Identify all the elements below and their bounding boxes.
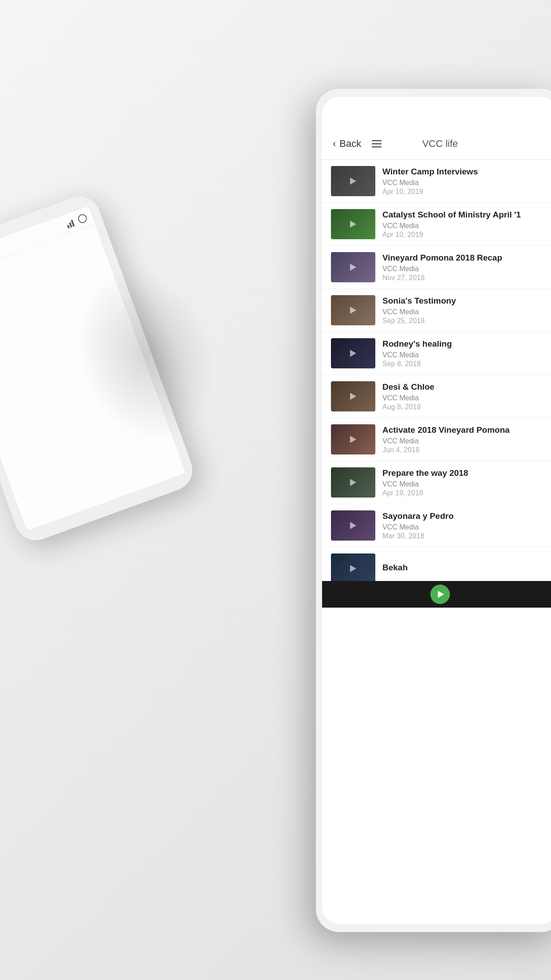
video-date: Apr 19, 2018	[382, 489, 549, 497]
thumb-overlay	[331, 424, 375, 454]
video-channel: VCC Media	[382, 179, 549, 187]
list-item[interactable]: Sayonara y Pedro VCC Media Mar 30, 2018	[322, 504, 551, 547]
video-title: Sonia's Testimony	[382, 296, 549, 307]
video-thumbnail	[331, 166, 375, 196]
menu-line-3	[372, 146, 382, 147]
video-thumbnail	[331, 424, 375, 454]
list-item[interactable]: Bekah	[322, 547, 551, 590]
thumb-overlay	[331, 252, 375, 282]
video-channel: VCC Media	[382, 523, 549, 531]
video-title: Winter Camp Interviews	[382, 166, 549, 178]
video-title: Rodney's healing	[382, 339, 549, 350]
video-title: Sayonara y Pedro	[382, 511, 549, 522]
nav-left: ‹ Back	[333, 138, 382, 150]
bottom-play-button[interactable]	[430, 585, 450, 604]
bottom-play-icon	[438, 591, 444, 598]
play-icon	[350, 393, 356, 400]
video-channel: VCC Media	[382, 394, 549, 402]
video-date: Jun 4, 2018	[382, 446, 549, 454]
thumb-overlay	[331, 510, 375, 541]
video-thumbnail	[331, 510, 375, 541]
phone-right-inner: ‹ Back VCC life	[322, 97, 551, 924]
play-icon	[350, 350, 356, 357]
thumb-overlay	[331, 166, 375, 196]
video-date: Aug 8, 2018	[382, 403, 549, 411]
list-item[interactable]: Catalyst School of Ministry April '1 VCC…	[322, 203, 551, 246]
play-icon	[350, 436, 356, 443]
video-channel: VCC Media	[382, 351, 549, 359]
video-info: Activate 2018 Vineyard Pomona VCC Media …	[382, 425, 549, 454]
video-thumbnail	[331, 295, 375, 325]
thumb-overlay	[331, 553, 375, 584]
signal-bars-icon	[65, 217, 75, 228]
list-item[interactable]: Prepare the way 2018 VCC Media Apr 19, 2…	[322, 461, 551, 504]
video-thumbnail	[331, 553, 375, 584]
video-date: Nov 27, 2018	[382, 274, 549, 282]
video-info: Winter Camp Interviews VCC Media Apr 10,…	[382, 166, 549, 196]
thumb-overlay	[331, 381, 375, 411]
back-arrow-icon: ‹	[333, 138, 336, 150]
video-title: Activate 2018 Vineyard Pomona	[382, 425, 549, 436]
video-date: Mar 30, 2018	[382, 532, 549, 540]
play-icon	[350, 479, 356, 486]
video-title: Desi & Chloe	[382, 382, 549, 393]
list-item[interactable]: Desi & Chloe VCC Media Aug 8, 2018	[322, 375, 551, 418]
video-thumbnail	[331, 381, 375, 411]
hamburger-menu-button[interactable]	[372, 140, 382, 147]
video-thumbnail	[331, 338, 375, 368]
video-info: Bekah	[382, 562, 549, 575]
list-item[interactable]: Sonia's Testimony VCC Media Sep 25, 2018	[322, 289, 551, 332]
play-icon	[350, 307, 356, 314]
video-title: Vineyard Pomona 2018 Recap	[382, 253, 549, 264]
video-info: Catalyst School of Ministry April '1 VCC…	[382, 209, 549, 239]
play-icon	[350, 522, 356, 529]
video-title: Bekah	[382, 562, 549, 573]
play-icon	[350, 264, 356, 271]
video-list[interactable]: Winter Camp Interviews VCC Media Apr 10,…	[322, 160, 551, 924]
video-info: Vineyard Pomona 2018 Recap VCC Media Nov…	[382, 253, 549, 282]
settings-gear-icon	[77, 213, 88, 224]
phone-right: ‹ Back VCC life	[316, 89, 551, 932]
video-thumbnail	[331, 252, 375, 282]
video-info: Desi & Chloe VCC Media Aug 8, 2018	[382, 382, 549, 411]
play-icon	[350, 178, 356, 185]
video-channel: VCC Media	[382, 308, 549, 316]
video-channel: VCC Media	[382, 437, 549, 445]
screen-content: ‹ Back VCC life	[322, 128, 551, 924]
video-date: Apr 10, 2019	[382, 231, 549, 239]
play-icon	[350, 565, 356, 572]
video-title: Catalyst School of Ministry April '1	[382, 209, 549, 221]
video-info: Prepare the way 2018 VCC Media Apr 19, 2…	[382, 468, 549, 498]
thumb-overlay	[331, 295, 375, 325]
nav-bar: ‹ Back VCC life	[322, 128, 551, 160]
thumb-overlay	[331, 338, 375, 368]
play-icon	[350, 221, 356, 228]
video-date: Apr 10, 2019	[382, 188, 549, 196]
video-info: Sonia's Testimony VCC Media Sep 25, 2018	[382, 296, 549, 325]
back-button[interactable]: Back	[339, 138, 361, 150]
thumb-overlay	[331, 467, 375, 498]
list-item[interactable]: Winter Camp Interviews VCC Media Apr 10,…	[322, 160, 551, 203]
video-date: Sep 25, 2018	[382, 317, 549, 325]
video-title: Prepare the way 2018	[382, 468, 549, 479]
video-channel: VCC Media	[382, 480, 549, 488]
list-item[interactable]: Vineyard Pomona 2018 Recap VCC Media Nov…	[322, 246, 551, 289]
video-channel: VCC Media	[382, 222, 549, 230]
video-date: Sep 8, 2018	[382, 360, 549, 368]
page-title: VCC life	[422, 138, 458, 150]
video-info: Sayonara y Pedro VCC Media Mar 30, 2018	[382, 511, 549, 541]
menu-line-2	[372, 143, 382, 144]
thumb-overlay	[331, 209, 375, 239]
video-info: Rodney's healing VCC Media Sep 8, 2018	[382, 339, 549, 368]
video-thumbnail	[331, 467, 375, 498]
menu-line-1	[372, 140, 382, 141]
video-channel: VCC Media	[382, 265, 549, 273]
video-thumbnail	[331, 209, 375, 239]
list-item[interactable]: Activate 2018 Vineyard Pomona VCC Media …	[322, 418, 551, 461]
list-item[interactable]: Rodney's healing VCC Media Sep 8, 2018	[322, 332, 551, 375]
bottom-playback-bar	[322, 581, 551, 608]
